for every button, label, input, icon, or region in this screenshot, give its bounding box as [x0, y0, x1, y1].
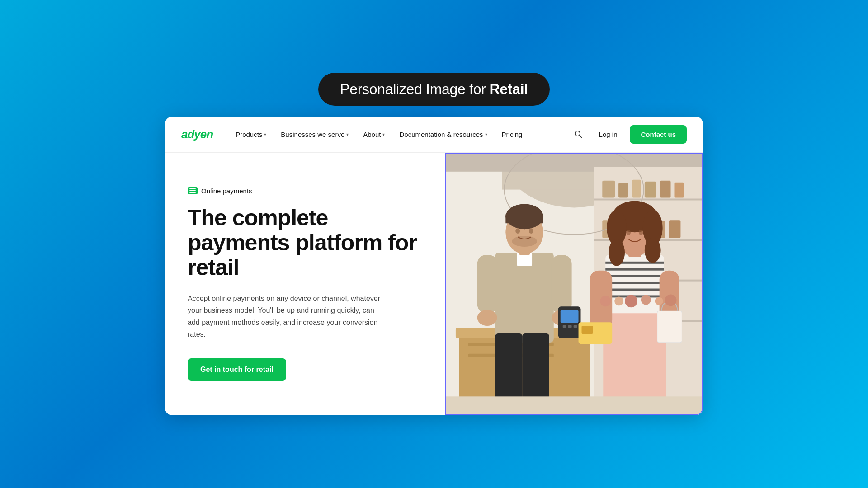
svg-point-78 — [641, 295, 651, 305]
nav-label-products: Products — [236, 131, 262, 138]
svg-rect-57 — [605, 282, 664, 284]
svg-rect-15 — [660, 181, 670, 198]
svg-line-1 — [580, 136, 582, 138]
svg-point-0 — [575, 131, 580, 136]
contact-button[interactable]: Contact us — [630, 125, 687, 144]
svg-rect-58 — [605, 288, 664, 291]
svg-point-38 — [515, 228, 520, 234]
svg-rect-74 — [657, 311, 682, 343]
search-icon[interactable] — [570, 126, 586, 142]
svg-point-67 — [626, 230, 631, 235]
top-banner: Personalized Image for Retail — [318, 73, 550, 106]
svg-rect-11 — [602, 181, 615, 198]
svg-rect-13 — [632, 180, 641, 198]
nav-links: Products ▾ Businesses we serve ▾ About ▾… — [229, 127, 570, 142]
banner-text-bold: Retail — [490, 81, 528, 98]
svg-rect-21 — [669, 220, 680, 238]
svg-rect-49 — [563, 325, 566, 328]
category-badge: Online payments — [188, 187, 422, 195]
nav-right: Log in Contact us — [570, 125, 687, 144]
left-panel: Online payments The complete payments pl… — [165, 153, 445, 415]
svg-rect-7 — [594, 198, 702, 200]
svg-point-65 — [609, 239, 625, 266]
cta-button[interactable]: Get in touch for retail — [188, 358, 286, 381]
nav-label-about: About — [363, 131, 381, 138]
nav-item-pricing[interactable]: Pricing — [495, 127, 529, 142]
svg-point-66 — [645, 238, 661, 263]
login-button[interactable]: Log in — [594, 127, 623, 142]
chevron-down-icon: ▾ — [346, 132, 349, 137]
hero-description: Accept online payments on any device or … — [188, 293, 387, 341]
retail-scene-svg — [446, 154, 702, 414]
page-wrapper: Personalized Image for Retail adyen Prod… — [0, 73, 868, 415]
category-label: Online payments — [201, 187, 252, 195]
nav-item-docs[interactable]: Documentation & resources ▾ — [393, 127, 493, 142]
chevron-down-icon: ▾ — [485, 132, 487, 137]
svg-rect-81 — [446, 396, 702, 414]
nav-item-products[interactable]: Products ▾ — [229, 127, 273, 142]
svg-rect-50 — [568, 325, 571, 328]
svg-rect-51 — [573, 325, 577, 328]
svg-point-68 — [639, 230, 643, 235]
hero-title: The complete payments platform for retai… — [188, 206, 422, 280]
svg-point-80 — [665, 294, 676, 306]
svg-rect-72 — [581, 326, 593, 334]
content-area: Online payments The complete payments pl… — [165, 153, 703, 415]
svg-rect-56 — [605, 275, 664, 277]
svg-point-39 — [529, 228, 533, 234]
chevron-down-icon: ▾ — [264, 132, 266, 137]
chevron-down-icon: ▾ — [382, 132, 385, 137]
svg-rect-14 — [645, 182, 656, 198]
svg-point-76 — [614, 296, 623, 305]
svg-rect-55 — [605, 268, 664, 271]
banner-text-normal: Personalized Image for — [340, 81, 486, 98]
svg-point-79 — [655, 297, 663, 305]
svg-point-75 — [600, 296, 611, 306]
svg-rect-48 — [561, 310, 579, 323]
logo[interactable]: adyen — [181, 127, 213, 141]
svg-rect-12 — [618, 183, 628, 198]
nav-item-about[interactable]: About ▾ — [357, 127, 391, 142]
svg-rect-41 — [477, 255, 497, 313]
svg-point-77 — [625, 295, 637, 307]
svg-rect-42 — [552, 255, 572, 313]
svg-rect-32 — [495, 253, 553, 343]
nav-label-pricing: Pricing — [502, 131, 523, 138]
main-card: adyen Products ▾ Businesses we serve ▾ A… — [165, 117, 703, 415]
svg-rect-37 — [505, 214, 543, 223]
svg-point-43 — [477, 310, 497, 326]
payments-icon — [188, 187, 198, 194]
svg-rect-16 — [674, 183, 684, 198]
hero-image — [446, 154, 702, 414]
right-panel — [445, 153, 703, 415]
nav-label-docs: Documentation & resources — [399, 131, 483, 138]
svg-point-40 — [512, 236, 537, 247]
nav-item-businesses[interactable]: Businesses we serve ▾ — [274, 127, 355, 142]
navigation: adyen Products ▾ Businesses we serve ▾ A… — [165, 117, 703, 153]
nav-label-businesses: Businesses we serve — [281, 131, 344, 138]
